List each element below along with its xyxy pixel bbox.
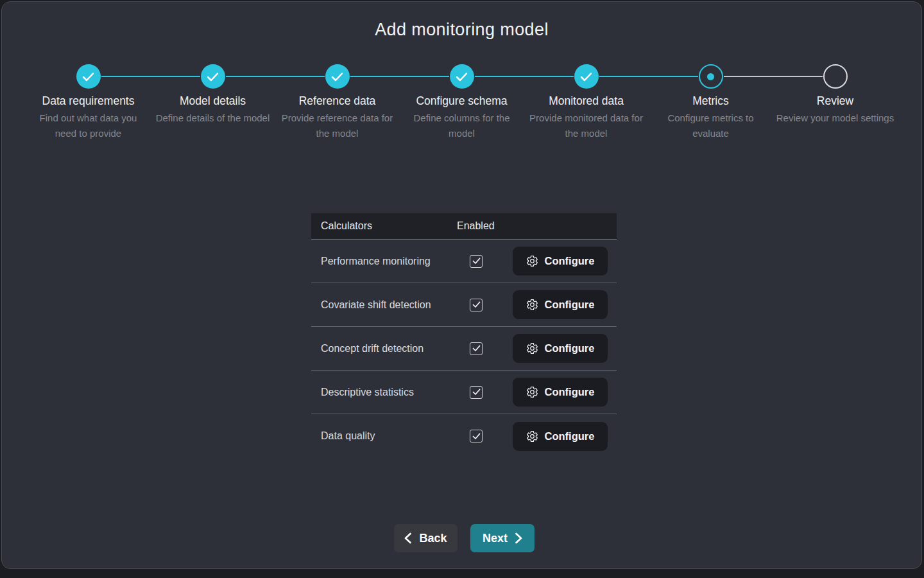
stepper-track (649, 64, 773, 89)
configure-button[interactable]: Configure (513, 334, 608, 363)
stepper-connector (649, 76, 698, 77)
stepper-track (26, 64, 151, 89)
gear-icon (526, 299, 538, 311)
step-current-indicator (699, 64, 723, 89)
checked-checkbox-icon (472, 301, 481, 308)
step-description: Provide reference data for the model (278, 110, 397, 141)
step-description: Review your model settings (776, 110, 895, 126)
dot-icon (707, 73, 714, 80)
step-label: Monitored data (524, 94, 649, 108)
calculators-table: Calculators Enabled Performance monitori… (311, 213, 617, 458)
step-complete-indicator[interactable] (201, 64, 225, 89)
calculator-label: Covariate shift detection (321, 299, 470, 311)
stepper-step-reference-data: Reference data Provide reference data fo… (275, 64, 400, 141)
stepper-track (773, 64, 898, 89)
check-icon (580, 72, 592, 82)
calculator-label: Descriptive statistics (321, 387, 470, 398)
step-description: Find out what data you need to provide (29, 110, 148, 141)
next-button-label: Next (483, 532, 508, 545)
stepper-step-review: Review Review your model settings (773, 64, 898, 141)
checked-checkbox-icon (472, 258, 481, 265)
configure-button-label: Configure (545, 342, 595, 355)
step-description: Configure metrics to evaluate (651, 110, 771, 141)
stepper-step-metrics: Metrics Configure metrics to evaluate (649, 64, 773, 141)
column-header-calculators: Calculators (321, 220, 457, 232)
step-description: Provide monitored data for the model (527, 110, 646, 141)
stepper-connector (350, 76, 400, 77)
step-complete-indicator[interactable] (325, 64, 350, 89)
step-complete-indicator[interactable] (450, 64, 474, 89)
stepper-connector (773, 76, 823, 77)
table-row-covariate-shift-detection: Covariate shift detection Configure (311, 283, 617, 327)
gear-icon (526, 255, 538, 267)
stepper-track (275, 64, 400, 89)
stepper-connector (275, 76, 325, 77)
check-icon (456, 72, 468, 82)
configure-button[interactable]: Configure (513, 378, 608, 407)
check-icon (331, 72, 343, 82)
step-label: Review (773, 94, 898, 108)
gear-icon (526, 430, 538, 442)
checked-checkbox-icon (472, 389, 481, 396)
back-button-label: Back (419, 532, 447, 545)
next-button[interactable]: Next (470, 524, 535, 552)
stepper-step-model-details: Model details Define details of the mode… (151, 64, 275, 141)
chevron-left-icon (404, 532, 411, 544)
configure-button[interactable]: Configure (513, 247, 608, 276)
stepper-step-monitored-data: Monitored data Provide monitored data fo… (524, 64, 649, 141)
stepper-connector (226, 76, 275, 77)
table-row-performance-monitoring: Performance monitoring Configure (311, 240, 617, 283)
configure-button-label: Configure (545, 255, 595, 267)
stepper-connector (101, 76, 151, 77)
step-label: Data requirements (26, 94, 151, 108)
enabled-checkbox[interactable] (470, 299, 483, 311)
stepper-step-data-requirements: Data requirements Find out what data you… (26, 64, 151, 141)
configure-button-label: Configure (545, 299, 595, 311)
calculator-label: Data quality (321, 430, 470, 442)
step-upcoming-indicator (823, 64, 848, 89)
gear-icon (526, 342, 538, 355)
stepper-connector (524, 76, 574, 77)
table-row-descriptive-statistics: Descriptive statistics Configure (311, 371, 617, 414)
configure-button[interactable]: Configure (513, 290, 608, 319)
configure-button-label: Configure (545, 386, 595, 398)
calculator-label: Performance monitoring (321, 256, 470, 267)
check-icon (207, 72, 219, 82)
stepper-connector (400, 76, 449, 77)
stepper-track (524, 64, 649, 89)
back-button[interactable]: Back (394, 524, 458, 552)
column-header-enabled: Enabled (457, 220, 495, 232)
checked-checkbox-icon (472, 433, 481, 440)
gear-icon (526, 386, 538, 398)
configure-button[interactable]: Configure (513, 422, 608, 451)
stepper-track (400, 64, 524, 89)
check-icon (82, 72, 94, 82)
table-row-concept-drift-detection: Concept drift detection Configure (311, 327, 617, 371)
stepper-connector (151, 76, 200, 77)
enabled-checkbox[interactable] (470, 430, 483, 442)
enabled-checkbox[interactable] (470, 386, 483, 399)
step-label: Metrics (649, 94, 773, 108)
stepper-track (151, 64, 275, 89)
step-label: Reference data (275, 94, 400, 108)
checked-checkbox-icon (472, 345, 481, 352)
step-label: Model details (151, 94, 275, 108)
step-description: Define columns for the model (402, 110, 522, 141)
table-header-row: Calculators Enabled (311, 213, 617, 240)
table-row-data-quality: Data quality Configure (311, 414, 617, 458)
page-title: Add monitoring model (2, 20, 921, 40)
step-complete-indicator[interactable] (76, 64, 101, 89)
calculator-label: Concept drift detection (321, 343, 470, 355)
step-complete-indicator[interactable] (574, 64, 599, 89)
enabled-checkbox[interactable] (470, 342, 483, 355)
enabled-checkbox[interactable] (470, 255, 483, 268)
step-description: Define details of the model (153, 110, 273, 126)
wizard-stepper: Data requirements Find out what data you… (2, 64, 921, 141)
chevron-right-icon (515, 532, 522, 544)
add-model-dialog: Add monitoring model Data requirements F… (1, 1, 922, 569)
stepper-connector (475, 76, 524, 77)
stepper-connector (599, 76, 649, 77)
stepper-step-configure-schema: Configure schema Define columns for the … (400, 64, 524, 141)
step-label: Configure schema (400, 94, 524, 108)
configure-button-label: Configure (545, 430, 595, 442)
